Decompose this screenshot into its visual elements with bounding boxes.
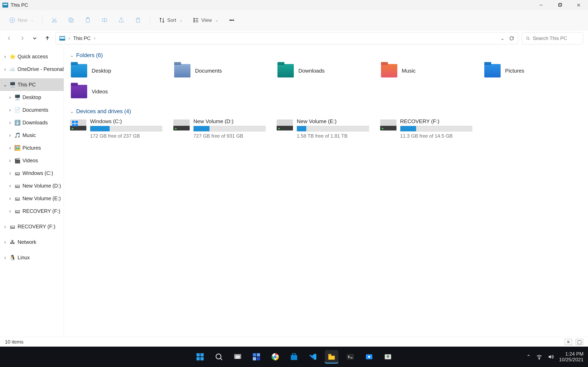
chevron-right-icon[interactable]: › — [3, 54, 7, 59]
this-pc-icon — [60, 36, 65, 41]
close-button[interactable] — [569, 0, 588, 10]
sidebar-item-downloads[interactable]: ›⬇️Downloads — [0, 116, 64, 129]
folders-group-header[interactable]: ⌄ Folders (6) — [70, 52, 582, 58]
widgets-button[interactable] — [250, 350, 263, 364]
chevron-right-icon[interactable]: › — [8, 171, 12, 175]
chevron-right-icon[interactable]: › — [8, 95, 12, 100]
sidebar-item-music[interactable]: ›🎵Music — [0, 129, 64, 142]
chevron-down-icon[interactable]: ⌄ — [70, 109, 74, 114]
desktop-icon: 🖥️ — [14, 95, 20, 100]
drives-group-header[interactable]: ⌄ Devices and drives (4) — [70, 108, 582, 115]
forward-button[interactable] — [17, 34, 26, 43]
svg-rect-38 — [257, 353, 260, 357]
folder-documents[interactable]: Documents — [173, 62, 272, 79]
folder-videos[interactable]: Videos — [70, 83, 168, 100]
sidebar-item-linux[interactable]: ›🐧Linux — [0, 251, 64, 264]
address-dropdown-button[interactable]: ⌄ — [501, 35, 504, 41]
chevron-right-icon: › — [68, 36, 70, 41]
folder-music[interactable]: Music — [380, 62, 479, 79]
recent-locations-button[interactable] — [30, 34, 39, 43]
start-button[interactable] — [193, 350, 207, 364]
chevron-right-icon[interactable]: › — [8, 196, 12, 201]
sidebar-item-this-pc[interactable]: ⌄ 🖥️ This PC — [0, 78, 64, 91]
copy-button[interactable] — [65, 14, 78, 26]
wifi-icon[interactable] — [536, 354, 542, 360]
view-button[interactable]: View ⌄ — [190, 14, 222, 26]
chevron-right-icon[interactable]: › — [3, 67, 7, 71]
tray-chevron-up-icon[interactable]: ⌃ — [526, 354, 531, 360]
sidebar-item-videos[interactable]: ›🎬Videos — [0, 154, 64, 167]
chevron-right-icon[interactable]: › — [8, 133, 12, 137]
back-button[interactable] — [5, 34, 14, 43]
cut-button[interactable] — [48, 14, 61, 26]
chevron-right-icon[interactable]: › — [8, 184, 12, 188]
taskbar-app-store[interactable] — [287, 350, 301, 364]
task-view-button[interactable] — [231, 350, 244, 364]
linux-icon: 🐧 — [9, 255, 16, 260]
drive-new-volume-e[interactable]: New Volume (E:) 1.58 TB free of 1.81 TB — [277, 118, 375, 139]
pictures-folder-icon — [484, 64, 501, 77]
drive-windows-c[interactable]: Windows (C:) 172 GB free of 237 GB — [70, 118, 168, 139]
drive-usage-bar — [297, 126, 369, 132]
sidebar-item-new-volume-e[interactable]: ›🖴New Volume (E:) — [0, 192, 64, 205]
folder-desktop[interactable]: Desktop — [70, 62, 168, 79]
drive-recovery-f[interactable]: RECOVERY (F:) 11.3 GB free of 14.5 GB — [380, 118, 479, 139]
chevron-right-icon[interactable]: › — [3, 224, 7, 229]
rename-button[interactable] — [98, 14, 111, 26]
up-button[interactable] — [43, 34, 52, 43]
taskbar-app-chrome[interactable] — [268, 350, 282, 364]
sidebar-item-documents[interactable]: ›📄Documents — [0, 104, 64, 116]
sidebar-item-recovery-f-root[interactable]: ›🖴RECOVERY (F:) — [0, 220, 64, 233]
drive-new-volume-d[interactable]: New Volume (D:) 727 GB free of 931 GB — [173, 118, 272, 139]
taskbar-app-file-explorer[interactable] — [325, 350, 338, 364]
paste-button[interactable] — [81, 14, 94, 26]
taskbar-search-button[interactable] — [212, 350, 226, 364]
taskbar-app-vscode[interactable] — [306, 350, 320, 364]
sidebar-item-quick-access[interactable]: › ⭐ Quick access — [0, 50, 64, 63]
more-button[interactable] — [225, 14, 238, 26]
taskbar-app-generic-2[interactable] — [381, 350, 395, 364]
refresh-icon[interactable] — [509, 36, 514, 41]
svg-point-42 — [274, 355, 277, 358]
chevron-right-icon[interactable]: › — [8, 209, 12, 213]
sidebar-item-new-volume-d[interactable]: ›🖴New Volume (D:) — [0, 179, 64, 192]
delete-button[interactable] — [131, 14, 145, 26]
sidebar-item-windows-c[interactable]: ›🖴Windows (C:) — [0, 167, 64, 179]
drive-usage-bar — [400, 126, 472, 132]
breadcrumb[interactable]: This PC — [73, 35, 90, 41]
sort-button[interactable]: Sort ⌄ — [155, 14, 186, 26]
videos-folder-icon — [71, 85, 87, 98]
toolbar-separator — [42, 15, 43, 25]
address-bar[interactable]: › This PC › ⌄ — [56, 32, 518, 44]
tiles-view-button[interactable]: ▢ — [576, 339, 583, 345]
search-input[interactable] — [533, 35, 579, 41]
chevron-down-icon[interactable]: ⌄ — [70, 53, 74, 58]
chevron-right-icon[interactable]: › — [3, 240, 7, 244]
minimize-button[interactable] — [532, 0, 550, 10]
folder-downloads[interactable]: Downloads — [277, 62, 375, 79]
chevron-right-icon[interactable]: › — [3, 255, 7, 260]
taskbar-app-generic-1[interactable] — [362, 350, 376, 364]
chevron-down-icon[interactable]: ⌄ — [3, 82, 7, 87]
new-label: New — [17, 17, 27, 23]
search-box[interactable] — [522, 32, 583, 44]
drive-usage-bar — [90, 126, 162, 132]
new-button[interactable]: New ⌄ — [6, 14, 37, 26]
taskbar-app-terminal[interactable] — [344, 350, 357, 364]
chevron-right-icon[interactable]: › — [8, 108, 12, 112]
sidebar-item-recovery-f[interactable]: ›🖴RECOVERY (F:) — [0, 205, 64, 217]
sidebar-item-desktop[interactable]: ›🖥️Desktop — [0, 91, 64, 104]
tray-clock[interactable]: 1:24 PM 10/25/2021 — [559, 351, 584, 362]
volume-icon[interactable] — [548, 354, 554, 360]
svg-point-19 — [194, 20, 195, 21]
folder-pictures[interactable]: Pictures — [484, 62, 582, 79]
sidebar-item-onedrive[interactable]: › ☁️ OneDrive - Personal — [0, 63, 64, 75]
chevron-right-icon[interactable]: › — [8, 146, 12, 150]
details-view-button[interactable]: ≡ — [565, 339, 572, 345]
maximize-button[interactable] — [550, 0, 569, 10]
sidebar-item-network[interactable]: ›🖧Network — [0, 236, 64, 248]
chevron-right-icon[interactable]: › — [8, 158, 12, 163]
share-button[interactable] — [115, 14, 128, 26]
chevron-right-icon[interactable]: › — [8, 120, 12, 125]
sidebar-item-pictures[interactable]: ›🖼️Pictures — [0, 142, 64, 154]
